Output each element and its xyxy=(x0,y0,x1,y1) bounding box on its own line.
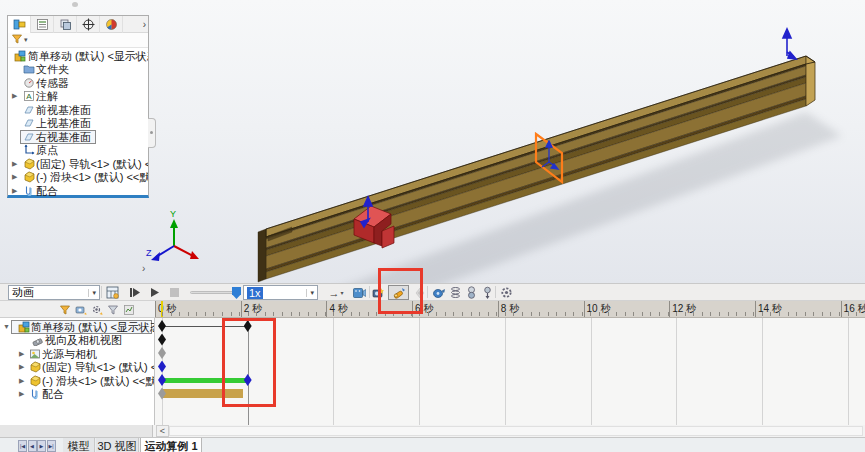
sheet-tab[interactable]: 模型 xyxy=(63,438,95,452)
featuremanager-panel: › ▾ 简单移动 (默认) <显示状态-1>文件夹传感器▶A注解前视基准面上视基… xyxy=(7,15,149,198)
mm-tree-item[interactable]: ▶光源与相机 xyxy=(0,347,154,361)
calculate-button[interactable] xyxy=(104,285,121,300)
mm-tree-item[interactable]: 视向及相机视图 xyxy=(0,333,154,347)
ruler-major-tick xyxy=(412,301,413,318)
study-type-select[interactable]: 动画 ▾ xyxy=(8,285,100,300)
timeline-gridline xyxy=(848,318,849,425)
timeline-change-bar[interactable] xyxy=(162,389,243,398)
mm-tree-item[interactable]: ▼简单移动 (默认) <显示状态 xyxy=(0,320,154,334)
sheet-tab[interactable]: 运动算例 1 xyxy=(140,438,202,452)
ruler-label: 6 秒 xyxy=(415,302,433,316)
fm-tab-propertymanager[interactable] xyxy=(31,16,54,33)
fm-tree-item[interactable]: ▶(固定) 导轨<1> (默认) <<默认>_ xyxy=(8,157,148,171)
sheet-nav-button[interactable]: ▶| xyxy=(47,440,56,452)
tree-item-label: (-) 滑块<1> (默认) <<默 xyxy=(42,374,155,388)
fm-tree-item[interactable]: 原点 xyxy=(8,143,148,157)
fm-tree-item[interactable]: 前视基准面 xyxy=(8,103,148,117)
dimxpert-tab-icon xyxy=(82,18,95,31)
expand-arrow-icon[interactable]: ▼ xyxy=(3,323,10,330)
mm-filter-results-button[interactable] xyxy=(121,303,136,316)
motion-study-properties-button[interactable] xyxy=(498,285,515,300)
spring-button[interactable] xyxy=(447,285,464,300)
tree-item-label: 简单移动 (默认) <显示状态-1> xyxy=(28,49,148,63)
keyframe-diamond[interactable] xyxy=(244,320,252,332)
expand-arrow-icon[interactable]: ▶ xyxy=(12,173,17,181)
feature-tree: 简单移动 (默认) <显示状态-1>文件夹传感器▶A注解前视基准面上视基准面右视… xyxy=(8,48,148,196)
keyframe-diamond[interactable] xyxy=(158,320,166,332)
ruler-major-tick xyxy=(326,301,327,318)
timeline-gridline xyxy=(333,318,334,425)
expand-arrow-icon[interactable]: ▶ xyxy=(19,377,24,385)
tree-item-label: (固定) 导轨<1> (默认) <<默认>_ xyxy=(36,157,148,171)
expand-arrow-icon[interactable]: ▶ xyxy=(19,363,24,371)
playhead[interactable] xyxy=(161,301,163,318)
mm-filter-driving-button[interactable] xyxy=(89,303,104,316)
fm-tree-item[interactable]: ▶配合 xyxy=(8,184,148,197)
expand-arrow-icon[interactable]: ▶ xyxy=(12,187,17,195)
tree-filter-row[interactable]: ▾ xyxy=(8,33,148,48)
animation-wizard-button[interactable] xyxy=(370,285,387,300)
gravity-button[interactable] xyxy=(479,285,496,300)
mm-tree-item[interactable]: ▶(固定) 导轨<1> (默认) < xyxy=(0,360,154,374)
fm-tree-item[interactable]: 文件夹 xyxy=(8,62,148,76)
stop-button[interactable] xyxy=(166,285,183,300)
mm-filter-animated-button[interactable] xyxy=(73,303,88,316)
mm-tree-item[interactable]: ▶配合 xyxy=(0,387,154,401)
play-button[interactable] xyxy=(146,285,163,300)
timeline-change-bar[interactable] xyxy=(162,378,248,383)
expand-arrow-icon[interactable]: ▶ xyxy=(19,350,24,358)
sheet-nav-button[interactable]: ▶ xyxy=(37,440,46,452)
fm-tab-configurationmanager[interactable] xyxy=(54,16,77,33)
contact-button[interactable] xyxy=(463,285,480,300)
timeline-canvas[interactable] xyxy=(155,318,865,430)
keyframe-diamond[interactable] xyxy=(158,361,166,373)
fm-tab-dimxpert[interactable] xyxy=(77,16,100,33)
mm-filter-button[interactable] xyxy=(57,303,72,316)
expand-arrow-icon[interactable]: ▶ xyxy=(12,92,17,100)
fm-tree-item[interactable]: 传感器 xyxy=(8,76,148,90)
fm-tree-item[interactable]: ▶A注解 xyxy=(8,89,148,103)
solidworks-window: { "chrome": { "tab_overflow_chevron": "›… xyxy=(0,0,865,452)
motionmanager-toolbar: 动画 ▾ 1x ▾ → ▾ xyxy=(0,284,865,301)
filter-funnel2-icon xyxy=(107,304,119,316)
fm-tree-item[interactable]: ▶(-) 滑块<1> (默认) <<默认>_显 xyxy=(8,170,148,184)
panel-expand-chevron[interactable]: › xyxy=(142,264,145,274)
rail-end-arrows xyxy=(783,29,796,59)
tree-item-label: 上视基准面 xyxy=(36,116,91,130)
expand-arrow-icon[interactable]: ▶ xyxy=(12,160,17,168)
keyframe-diamond[interactable] xyxy=(158,374,166,386)
sheet-nav-button[interactable]: |◀ xyxy=(18,440,27,452)
add-key-button[interactable] xyxy=(411,285,428,300)
save-animation-button[interactable] xyxy=(351,285,368,300)
tree-item-label: 文件夹 xyxy=(36,62,69,76)
sheet-nav-button[interactable]: ◀ xyxy=(28,440,37,452)
ruler-major-tick xyxy=(841,301,842,318)
fm-tree-item[interactable]: 上视基准面 xyxy=(8,116,148,130)
tree-item-label: 简单移动 (默认) <显示状态 xyxy=(31,320,155,334)
timeline-ruler[interactable]: 0 秒2 秒4 秒6 秒8 秒10 秒12 秒14 秒16 秒 xyxy=(155,301,865,318)
mm-tree-item[interactable]: ▶(-) 滑块<1> (默认) <<默 xyxy=(0,374,154,388)
filter-camera-icon xyxy=(75,304,87,316)
mm-filter-selected-button[interactable] xyxy=(105,303,120,316)
fm-tab-displaymanager[interactable] xyxy=(100,16,123,33)
panel-splitter-handle[interactable] xyxy=(148,118,156,148)
autokey-button[interactable] xyxy=(388,285,409,300)
tab-overflow-chevron[interactable]: › xyxy=(143,19,146,30)
playback-speed-select[interactable]: 1x ▾ xyxy=(243,285,318,300)
hscroll-track[interactable] xyxy=(169,426,863,436)
sheet-tab[interactable]: 3D 视图 xyxy=(96,438,139,452)
play-from-start-button[interactable] xyxy=(126,285,143,300)
motor-button[interactable] xyxy=(430,285,447,300)
fm-tree-item[interactable]: 右视基准面 xyxy=(8,130,148,144)
playback-slider-thumb[interactable] xyxy=(232,287,241,299)
combo-caret-icon: ▾ xyxy=(88,289,96,297)
keyframe-diamond[interactable] xyxy=(158,347,166,359)
keyframe-diamond[interactable] xyxy=(244,374,252,386)
keyframe-diamond[interactable] xyxy=(158,334,166,346)
fm-tree-item[interactable]: 简单移动 (默认) <显示状态-1> xyxy=(8,49,148,63)
hscroll-left-button[interactable]: < xyxy=(156,425,169,437)
playback-slider[interactable] xyxy=(190,291,234,294)
expand-arrow-icon[interactable]: ▶ xyxy=(19,390,24,398)
playback-mode-button[interactable]: → ▾ xyxy=(325,285,347,300)
tree-footer xyxy=(0,425,153,437)
